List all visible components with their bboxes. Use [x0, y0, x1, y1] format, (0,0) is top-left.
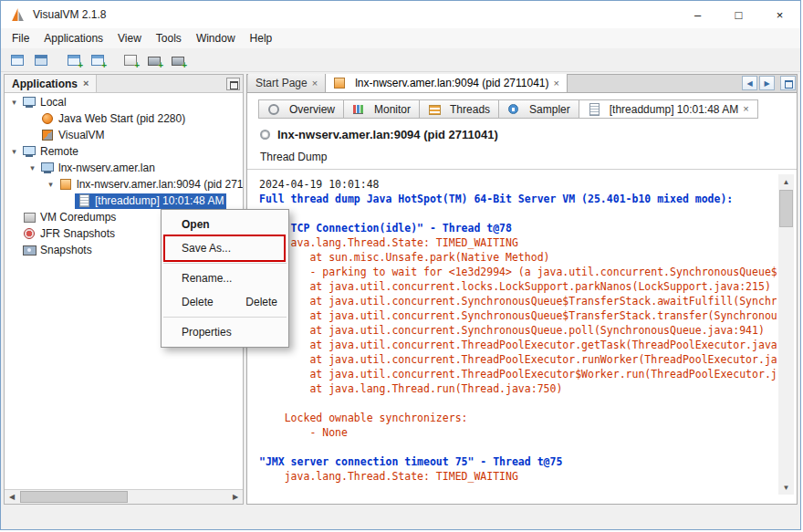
tree-item-threaddump-10-01-48-am[interactable]: [threaddump] 10:01:48 AM: [5, 193, 243, 209]
threaddump-icon: [78, 194, 91, 207]
add-jmx-connection-button[interactable]: [63, 50, 85, 70]
add-remote-host-button[interactable]: [87, 50, 109, 70]
close-panel-icon[interactable]: ×: [83, 78, 89, 89]
context-menu-item-delete[interactable]: DeleteDelete: [162, 290, 288, 314]
tree-item-label: Snapshots: [40, 244, 92, 256]
applications-panel-header: Applications ×: [5, 75, 243, 93]
maximize-button[interactable]: □: [718, 1, 759, 28]
titlebar: VisualVM 2.1.8 – □ ×: [1, 1, 800, 28]
tab-start-page[interactable]: Start Page×: [248, 74, 326, 92]
scrollbar-thumb[interactable]: [20, 491, 128, 503]
take-snapshot-button[interactable]: [167, 50, 189, 70]
context-menu-item-save-as[interactable]: Save As...: [162, 236, 288, 260]
scrollbar-thumb[interactable]: [779, 190, 793, 227]
dump-vertical-scrollbar[interactable]: ▲ ▼: [778, 174, 794, 495]
scroll-tabs-right-button[interactable]: ▶: [759, 76, 775, 90]
application-header: lnx-nwserv.amer.lan:9094 (pid 2711041): [260, 128, 498, 141]
tab-lnx-nwserv-amer-lan-9094-pid-2711041[interactable]: lnx-nwserv.amer.lan:9094 (pid 2711041)×: [326, 74, 568, 92]
tree-item-label: lnx-nwserv.amer.lan:9094 (pid 2711041): [77, 178, 243, 191]
threaddump-icon: [588, 103, 601, 116]
menu-window[interactable]: Window: [189, 29, 243, 47]
context-menu-item-rename[interactable]: Rename...: [162, 266, 288, 290]
close-button[interactable]: ×: [759, 1, 800, 28]
tab-label: Threads: [450, 103, 490, 116]
window-controls: – □ ×: [677, 1, 800, 28]
menu-applications[interactable]: Applications: [36, 29, 110, 47]
section-title: Thread Dump: [260, 151, 327, 163]
expander-open-icon[interactable]: ▾: [26, 163, 38, 172]
application-title: lnx-nwserv.amer.lan:9094 (pid 2711041): [277, 128, 498, 141]
tree-item-remote[interactable]: ▾Remote: [5, 143, 243, 160]
minimize-panel-button[interactable]: [226, 78, 240, 90]
take-thread-dump-icon: [123, 53, 138, 68]
window-title: VisualVM 2.1.8: [33, 8, 107, 21]
thread-dump-line: Full thread dump Java HotSpot(TM) 64-Bit…: [259, 192, 777, 206]
thread-dump-line: at java.util.concurrent.ThreadPoolExecut…: [259, 367, 777, 381]
menu-item-accelerator: Delete: [245, 296, 277, 308]
thread-dump-line: at java.util.concurrent.SynchronousQueue…: [259, 294, 777, 308]
thread-dump-line: at java.util.concurrent.SynchronousQueue…: [259, 323, 777, 338]
tree-item-lnx-nwserv-amer-lan-9094-pid-2711041[interactable]: ▾lnx-nwserv.amer.lan:9094 (pid 2711041): [5, 176, 243, 193]
thread-dump-text[interactable]: 2024-04-19 10:01:48Full thread dump Java…: [247, 177, 777, 496]
tree-item-label: lnx-nwserv.amer.lan: [58, 162, 155, 174]
tree-item-label: VM Coredumps: [40, 211, 116, 224]
view-tab-monitor[interactable]: Monitor: [343, 99, 420, 119]
sidebar-horizontal-scrollbar[interactable]: ◀ ▶: [5, 489, 243, 504]
save-button[interactable]: [30, 50, 52, 70]
expander-open-icon[interactable]: ▾: [8, 147, 20, 156]
applications-panel-tab[interactable]: Applications ×: [5, 75, 97, 92]
close-tab-icon[interactable]: ×: [312, 78, 318, 89]
menu-separator: [163, 317, 287, 318]
scroll-left-icon[interactable]: ◀: [5, 490, 19, 504]
host-icon: [41, 162, 55, 174]
scroll-down-icon[interactable]: ▼: [778, 480, 794, 495]
application-icon: [260, 130, 270, 140]
document-tabs: Start Page×lnx-nwserv.amer.lan:9094 (pid…: [246, 74, 798, 93]
tab-label: [threaddump] 10:01:48 AM: [610, 103, 738, 116]
take-heap-dump-button[interactable]: [143, 50, 165, 70]
jmx-app-icon: [333, 77, 347, 89]
open-file-icon: [10, 53, 25, 68]
view-tab-overview[interactable]: Overview: [258, 99, 344, 119]
menu-file[interactable]: File: [5, 29, 36, 47]
tree-item-label: Local: [40, 96, 67, 109]
close-tab-icon[interactable]: ×: [553, 78, 558, 89]
view-tab-threaddump-10-01-48-am[interactable]: [threaddump] 10:01:48 AM×: [579, 99, 758, 119]
thread-dump-line: - parking to wait for <1e3d2994> (a java…: [259, 265, 777, 279]
tree-item-java-web-start-pid-2280[interactable]: Java Web Start (pid 2280): [5, 110, 243, 127]
thread-dump-line: at java.util.concurrent.ThreadPoolExecut…: [259, 338, 777, 352]
tree-item-local[interactable]: ▾Local: [5, 94, 243, 110]
menu-help[interactable]: Help: [243, 29, 280, 47]
scroll-right-icon[interactable]: ▶: [228, 490, 243, 504]
context-menu-item-properties[interactable]: Properties: [162, 320, 288, 344]
thread-dump-line: 2024-04-19 10:01:48: [259, 177, 777, 192]
thread-dump-line: [259, 440, 777, 454]
context-menu-items: OpenSave As...Rename...DeleteDeletePrope…: [162, 213, 288, 344]
computer-icon: [23, 145, 36, 158]
visualvm-window: VisualVM 2.1.8 – □ × FileApplicationsVie…: [0, 0, 801, 530]
close-tab-icon[interactable]: ×: [743, 104, 748, 114]
open-file-button[interactable]: [6, 50, 28, 70]
thread-dump-line: java.lang.Thread.State: TIMED_WAITING: [259, 235, 777, 250]
scroll-tabs-left-button[interactable]: ◀: [742, 76, 757, 90]
maximize-view-button[interactable]: [780, 76, 796, 90]
expander-open-icon[interactable]: ▾: [8, 98, 20, 107]
menu-view[interactable]: View: [110, 29, 149, 47]
tree-item-lnx-nwserv-amer-lan[interactable]: ▾lnx-nwserv.amer.lan: [5, 160, 243, 176]
tree-item-visualvm[interactable]: VisualVM: [5, 127, 243, 143]
tab-label: Sampler: [529, 103, 570, 116]
scroll-up-icon[interactable]: ▲: [778, 174, 794, 189]
tab-label: Start Page: [256, 77, 308, 89]
thread-dump-line: at java.lang.Thread.run(Thread.java:750): [259, 381, 777, 396]
view-tab-sampler[interactable]: Sampler: [498, 99, 579, 119]
menu-tools[interactable]: Tools: [149, 29, 189, 47]
tree-item-label: [threaddump] 10:01:48 AM: [95, 194, 224, 207]
view-tab-threads[interactable]: Threads: [419, 99, 499, 119]
expander-open-icon[interactable]: ▾: [45, 180, 57, 189]
thread-dump-line: [259, 396, 777, 411]
minimize-button[interactable]: –: [677, 1, 718, 28]
context-menu-item-open[interactable]: Open: [162, 213, 288, 236]
take-thread-dump-button[interactable]: [120, 50, 141, 70]
menu-item-label: Properties: [182, 326, 232, 339]
tab-scroll-controls: ◀ ▶: [742, 76, 796, 90]
